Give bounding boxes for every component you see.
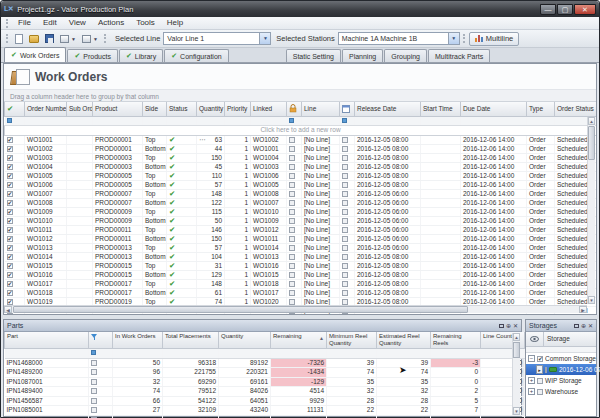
add-row-hint[interactable]: Click here to add a new row — [5, 125, 597, 135]
calendar-checkbox[interactable] — [342, 245, 348, 251]
multiline-button[interactable]: Multiline — [469, 32, 520, 46]
restore-panel-icon[interactable] — [499, 323, 504, 329]
part-checkbox[interactable] — [91, 388, 97, 394]
menu-actions[interactable]: Actions — [92, 17, 130, 29]
work-order-row[interactable]: WO1014PROD00013Bottom✔1041WO1013[No Line… — [5, 252, 597, 261]
tab-planning[interactable]: Planning — [342, 49, 383, 62]
minimize-button[interactable]: — — [540, 4, 556, 15]
calendar-checkbox[interactable] — [342, 164, 348, 170]
storage-checkbox[interactable] — [537, 389, 543, 395]
work-order-row[interactable]: WO1013PROD00013Top✔571WO1014[No Line]201… — [5, 243, 597, 252]
lock-checkbox[interactable] — [289, 263, 295, 269]
restore-panel-icon[interactable] — [574, 323, 579, 329]
work-order-row[interactable]: WO1015PROD00015Top✔311WO1016[No Line]201… — [5, 261, 597, 270]
lock-checkbox[interactable] — [289, 173, 295, 179]
calendar-checkbox[interactable] — [342, 218, 348, 224]
storage-item-wip-storage[interactable]: +WIP Storage — [526, 375, 596, 386]
work-order-row[interactable]: WO1010PROD00009Bottom✔501WO1009[No Line]… — [5, 216, 597, 225]
scrollbar-thumb[interactable] — [13, 306, 468, 313]
ellipsis-editor-icon[interactable]: ⋯ — [199, 136, 207, 144]
open-button[interactable] — [27, 34, 41, 44]
column-start-time[interactable]: Start Time — [421, 102, 461, 116]
column-linked[interactable]: Linked — [251, 102, 287, 116]
filter-cell[interactable] — [167, 116, 197, 125]
work-order-row[interactable]: WO1017PROD00017Top✔1481WO1018[No Line]20… — [5, 279, 597, 288]
calendar-checkbox[interactable] — [342, 299, 348, 305]
column-due-date[interactable]: Due Date — [461, 102, 527, 116]
work-order-row[interactable]: WO1004PROD00003Bottom✔451WO1003[No Line]… — [5, 162, 597, 171]
column-release-date[interactable]: Release Date — [355, 102, 421, 116]
part-checkbox[interactable] — [91, 369, 97, 375]
row-select-checkbox[interactable] — [7, 254, 13, 260]
filter-cell[interactable] — [163, 349, 219, 359]
column-lock[interactable] — [287, 102, 302, 116]
column-sub-order[interactable]: Sub Order — [67, 102, 93, 116]
pin-icon[interactable]: ⊕ — [506, 323, 511, 329]
close-button[interactable]: ✕ — [574, 4, 596, 15]
calendar-checkbox[interactable] — [342, 155, 348, 161]
work-order-row[interactable]: WO1008PROD00007Bottom✔1221WO1007[No Line… — [5, 198, 597, 207]
filter-cell[interactable] — [143, 116, 167, 125]
scroll-left-icon[interactable]: ◀ — [4, 306, 12, 313]
storage-item-warehouse[interactable]: +Warehouse — [526, 386, 596, 397]
selected-stations-combo[interactable]: Machine 1A Machine 1B ▼ — [338, 32, 460, 45]
maximize-button[interactable]: ▢ — [557, 4, 573, 15]
expand-icon[interactable]: + — [528, 388, 535, 395]
lock-checkbox[interactable] — [289, 299, 295, 305]
grid-dropdown-button-2[interactable]: ▼ — [80, 34, 100, 44]
expand-icon[interactable]: + — [528, 377, 535, 384]
lock-checkbox[interactable] — [289, 245, 295, 251]
column-priority[interactable]: Priority — [225, 102, 251, 116]
column-in-work-orders[interactable]: In Work Orders — [113, 332, 163, 349]
part-row[interactable]: IPN1468000509631889192-73263939-30 — [5, 358, 525, 368]
column-status[interactable]: Status — [167, 102, 197, 116]
filter-cell[interactable] — [5, 349, 89, 359]
row-select-checkbox[interactable] — [7, 164, 13, 170]
group-by-bar[interactable]: Drag a column header here to group by th… — [4, 89, 596, 102]
storage-column-header[interactable]: Storage — [544, 332, 596, 346]
scroll-right-icon[interactable]: ▶ — [579, 306, 587, 313]
close-icon[interactable]: ✕ — [513, 323, 518, 329]
row-select-checkbox[interactable] — [7, 218, 13, 224]
add-new-row[interactable]: Click here to add a new row — [5, 125, 597, 135]
lock-checkbox[interactable] — [289, 227, 295, 233]
part-row[interactable]: IPN108500127321094324011131222270 — [5, 406, 525, 416]
close-icon[interactable]: ✕ — [588, 323, 593, 329]
column-select[interactable]: ✔ — [5, 102, 25, 116]
filter-cell[interactable] — [377, 349, 431, 359]
lock-checkbox[interactable] — [289, 200, 295, 206]
filter-cell[interactable] — [287, 116, 302, 125]
lock-checkbox[interactable] — [289, 254, 295, 260]
lock-checkbox[interactable] — [289, 290, 295, 296]
menu-edit[interactable]: Edit — [37, 17, 63, 29]
lock-checkbox[interactable] — [289, 164, 295, 170]
part-row[interactable]: IPN14894007479512840264514323220 — [5, 387, 525, 397]
auto-filter-row[interactable] — [5, 116, 597, 125]
grid-dropdown-button-1[interactable]: ▼ — [58, 34, 78, 44]
filter-cell[interactable] — [355, 116, 421, 125]
column-side[interactable]: Side — [143, 102, 167, 116]
calendar-checkbox[interactable] — [342, 182, 348, 188]
row-select-checkbox[interactable] — [7, 200, 13, 206]
calendar-checkbox[interactable] — [342, 191, 348, 197]
tab-multitrack-parts[interactable]: Multitrack Parts — [428, 49, 490, 62]
combo-dropdown-icon[interactable]: ▼ — [259, 33, 270, 44]
part-row[interactable]: IPN148920096221755220321-1434747400 — [5, 368, 525, 378]
lock-checkbox[interactable] — [289, 182, 295, 188]
tab-static-setting[interactable]: Static Setting — [286, 49, 341, 62]
column-est-reel-qty[interactable]: Estimated Reel Quantity — [377, 332, 431, 349]
lock-checkbox[interactable] — [289, 209, 295, 215]
filter-cell[interactable] — [5, 116, 25, 125]
row-select-checkbox[interactable] — [7, 182, 13, 188]
filter-cell[interactable] — [302, 116, 340, 125]
filter-cell[interactable] — [225, 116, 251, 125]
part-checkbox[interactable] — [91, 360, 97, 366]
column-calendar[interactable] — [340, 102, 355, 116]
work-order-row[interactable]: WO1018PROD00017Bottom✔611WO1017[No Line]… — [5, 288, 597, 297]
eye-column-header[interactable] — [526, 332, 544, 346]
row-select-checkbox[interactable] — [7, 137, 13, 143]
scroll-down-icon[interactable]: ▼ — [588, 296, 595, 304]
filter-cell[interactable] — [67, 116, 93, 125]
menu-file[interactable]: File — [12, 17, 37, 29]
scrollbar-thumb[interactable] — [588, 126, 595, 160]
